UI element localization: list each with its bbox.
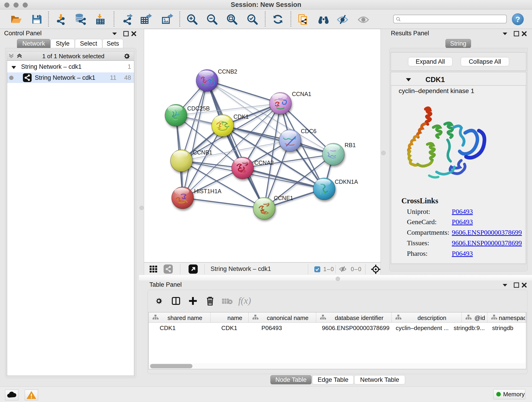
svg-text:RB1: RB1 bbox=[345, 142, 356, 148]
svg-text:CDKN1A: CDKN1A bbox=[335, 179, 358, 185]
svg-text:CDC6: CDC6 bbox=[301, 128, 317, 134]
svg-text:CCNE1: CCNE1 bbox=[274, 195, 293, 201]
svg-text:CCNB2: CCNB2 bbox=[218, 68, 237, 75]
svg-text:CDK1: CDK1 bbox=[234, 114, 249, 120]
svg-text:CDC25B: CDC25B bbox=[187, 105, 210, 112]
svg-text:HIST1H1A: HIST1H1A bbox=[194, 188, 222, 194]
svg-text:CCNB1: CCNB1 bbox=[193, 149, 212, 156]
svg-text:CCNA1: CCNA1 bbox=[292, 91, 311, 97]
svg-text:CCNA2: CCNA2 bbox=[254, 160, 274, 166]
